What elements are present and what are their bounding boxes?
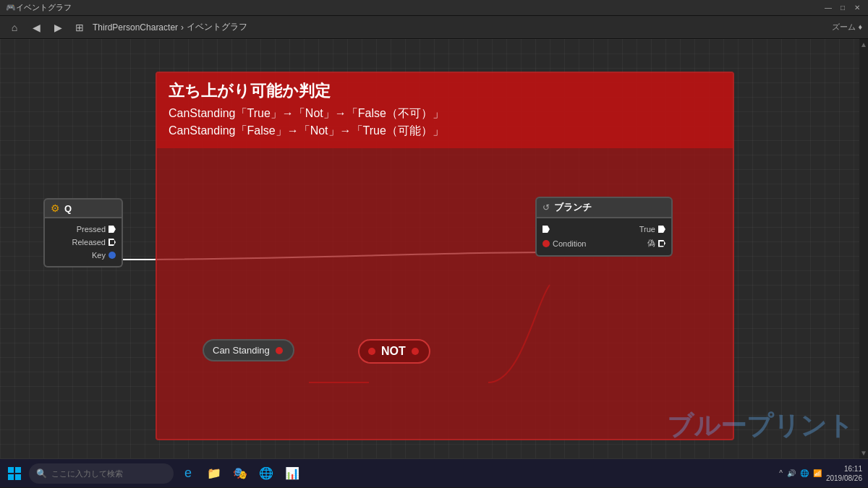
breadcrumb-item-graph[interactable]: イベントグラフ: [187, 21, 247, 33]
can-standing-label: Can Standing: [213, 345, 270, 356]
close-button[interactable]: ✕: [852, 3, 862, 13]
not-output-pin: [412, 348, 419, 355]
back-button[interactable]: ◀: [27, 19, 45, 36]
scroll-right[interactable]: ▲ ▼: [859, 39, 868, 458]
svg-rect-2: [8, 474, 14, 480]
minimize-button[interactable]: —: [823, 3, 833, 13]
q-node-header: ⚙ Q: [43, 198, 123, 218]
key-dot-pin: [109, 252, 116, 259]
tray-up-icon[interactable]: ^: [779, 469, 783, 477]
comment-header: 立ち上がり可能か判定 CanStanding「True」→「Not」→「Fals…: [157, 73, 733, 148]
released-label: Released: [72, 238, 106, 247]
tray-network-icon[interactable]: 🌐: [800, 469, 809, 477]
pressed-label: Pressed: [77, 225, 106, 234]
comment-line2: CanStanding「False」→「Not」→「True（可能）」: [169, 122, 721, 140]
true-exec-pin: [658, 226, 665, 233]
can-standing-func[interactable]: Can Standing: [203, 339, 294, 361]
true-label: True: [639, 225, 655, 234]
start-button[interactable]: [3, 462, 26, 485]
condition-dot-pin: [542, 240, 550, 247]
maximize-button[interactable]: □: [838, 3, 848, 13]
branch-node-title: ブランチ: [554, 201, 592, 214]
titlebar: 🎮 イベントグラフ — □ ✕: [0, 0, 868, 16]
svg-rect-0: [8, 467, 14, 473]
pressed-exec-pin: [109, 226, 116, 233]
titlebar-icon: 🎮: [6, 3, 16, 12]
branch-exec-in-pin: [542, 226, 550, 233]
clock-date: 2019/08/26: [826, 474, 862, 483]
key-pin[interactable]: Key: [45, 249, 122, 262]
tray-wifi-icon[interactable]: 📶: [813, 469, 822, 477]
can-standing-output-pin: [276, 347, 283, 354]
tray-sound-icon[interactable]: 🔊: [787, 469, 796, 477]
not-input-pin: [368, 348, 375, 355]
zoom-label: ズーム ♦: [832, 22, 862, 33]
search-input[interactable]: [51, 469, 160, 478]
not-node[interactable]: NOT: [358, 339, 430, 364]
not-func[interactable]: NOT: [358, 339, 430, 364]
branch-node[interactable]: ↺ ブランチ True Condition 偽: [535, 197, 673, 257]
q-node-body: Pressed Released Key: [43, 218, 123, 267]
comment-line1: CanStanding「True」→「Not」→「False（不可）」: [169, 105, 721, 122]
can-standing-node[interactable]: Can Standing: [203, 339, 294, 361]
taskbar-app-edge[interactable]: e: [176, 462, 200, 485]
search-icon: 🔍: [36, 468, 47, 479]
not-label: NOT: [381, 345, 406, 358]
svg-rect-1: [15, 467, 21, 473]
comment-title: 立ち上がり可能か判定: [169, 80, 721, 102]
scroll-down-arrow[interactable]: ▼: [859, 448, 868, 458]
q-node-title: Q: [64, 203, 72, 214]
taskbar-right: ^ 🔊 🌐 📶 16:11 2019/08/26: [779, 464, 865, 483]
key-label: Key: [92, 251, 106, 260]
taskbar-app-folder[interactable]: 📁: [203, 462, 226, 485]
taskbar-app-excel[interactable]: 📊: [281, 462, 304, 485]
titlebar-title: イベントグラフ: [16, 2, 72, 13]
breadcrumb-item-character[interactable]: ThirdPersonCharacter: [93, 22, 178, 33]
window-controls: — □ ✕: [823, 3, 862, 13]
node-q-icon: ⚙: [51, 202, 60, 214]
branch-header-icon: ↺: [542, 202, 550, 213]
branch-node-body: True Condition 偽: [535, 218, 673, 257]
home-icon[interactable]: ⌂: [6, 19, 23, 36]
forward-button[interactable]: ▶: [49, 19, 67, 36]
toolbar: ⌂ ◀ ▶ ⊞ ThirdPersonCharacter › イベントグラフ ズ…: [0, 16, 868, 39]
windows-icon: [7, 466, 22, 481]
pressed-pin[interactable]: Pressed: [45, 223, 122, 236]
released-pin[interactable]: Released: [45, 236, 122, 249]
clock-time: 16:11: [826, 464, 862, 474]
svg-rect-3: [15, 474, 21, 480]
search-bar[interactable]: 🔍: [29, 463, 174, 484]
q-input-node[interactable]: ⚙ Q Pressed Released Key: [43, 198, 123, 267]
taskbar: 🔍 e 📁 🎭 🌐 📊 ^ 🔊 🌐 📶 16:11 2019/08/26: [0, 458, 868, 487]
condition-label: Condition: [553, 239, 586, 248]
grid-icon[interactable]: ⊞: [71, 19, 88, 36]
breadcrumb-separator: ›: [181, 22, 184, 33]
released-exec-pin: [109, 239, 116, 246]
breadcrumb: ThirdPersonCharacter › イベントグラフ: [93, 21, 247, 33]
taskbar-app-chrome[interactable]: 🌐: [255, 462, 278, 485]
taskbar-app-unreal[interactable]: 🎭: [229, 462, 252, 485]
false-label: 偽: [647, 238, 655, 249]
scroll-up-arrow[interactable]: ▲: [859, 39, 868, 50]
branch-node-header: ↺ ブランチ: [535, 197, 673, 218]
blueprint-canvas[interactable]: 立ち上がり可能か判定 CanStanding「True」→「Not」→「Fals…: [0, 39, 868, 458]
false-exec-pin: [658, 240, 665, 247]
clock[interactable]: 16:11 2019/08/26: [826, 464, 862, 483]
